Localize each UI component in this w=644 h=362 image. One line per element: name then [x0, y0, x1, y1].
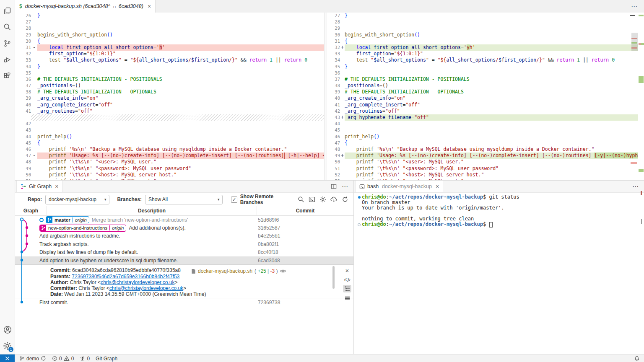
diff-editor-original[interactable]: 26}272829begins_with_short_option()30{31… — [15, 13, 324, 180]
diff-editor-modified[interactable]: 27}282930begins_with_short_option()31{32… — [326, 13, 638, 180]
terminal-output[interactable]: chris@do:~/act/repos/docker-mysql-backup… — [354, 193, 644, 228]
code-line[interactable]: 31{ — [326, 38, 638, 44]
terminal-icon[interactable] — [309, 196, 315, 203]
terminal-tab-close-icon[interactable]: × — [436, 184, 439, 189]
commit-file-entry[interactable]: docker-mysql-backup.sh ( +25 | -3 ) — [191, 268, 286, 274]
commit-row[interactable]: Add argbash instructions to readme.b4e25… — [15, 232, 353, 240]
code-line[interactable]: 50 printf '\t%s\n' "<host>: MySQL server… — [15, 172, 324, 178]
code-line[interactable]: 28 — [15, 25, 324, 31]
code-line[interactable]: 42_arg_routines="off" — [326, 108, 638, 114]
branch-status-item[interactable]: demo — [16, 354, 49, 362]
code-line[interactable]: 45 — [326, 127, 638, 133]
code-line[interactable]: 36# THE DEFAULTS INITIALIZATION - POSITI… — [15, 76, 324, 83]
code-line[interactable]: 50 printf '\t%s\n' "<user>: MySQL user." — [326, 159, 638, 165]
commit-row[interactable]: masteroriginMerge branch 'new-option-and… — [15, 216, 353, 224]
source-control-icon[interactable] — [0, 35, 15, 52]
code-line[interactable]: 52 printf '\t%s\n' "<host>: MySQL server… — [326, 172, 638, 178]
remote-indicator[interactable] — [0, 354, 15, 362]
close-details-icon[interactable]: × — [343, 266, 351, 274]
code-line[interactable]: 38# THE DEFAULTS INITIALIZATION - OPTION… — [15, 89, 324, 95]
tab-close-icon[interactable]: × — [148, 3, 151, 9]
file-tree-view-icon[interactable] — [343, 285, 351, 292]
code-line[interactable]: 38_positionals=() — [326, 83, 638, 89]
commit-row[interactable]: Add option to use hyphen or underscore i… — [15, 256, 353, 264]
accounts-icon[interactable] — [0, 321, 15, 338]
show-remote-branches-checkbox[interactable]: ✓ — [231, 197, 237, 203]
code-line[interactable]: 27 — [15, 19, 324, 25]
code-line[interactable]: 46print_help() — [326, 134, 638, 140]
run-debug-icon[interactable] — [0, 52, 15, 68]
code-line[interactable]: 49 printf '\t%s\n' "<password>: MySQL us… — [15, 165, 324, 172]
code-line[interactable]: 37_positionals=() — [15, 83, 324, 89]
code-line[interactable]: 32+ local first_option all_short_options… — [326, 44, 638, 51]
diff-filler-line[interactable] — [15, 114, 324, 121]
panel-more-actions-icon[interactable]: ⋯ — [342, 183, 348, 190]
column-header-commit[interactable]: Commit — [257, 206, 353, 215]
commit-row[interactable]: Track argbash scripts.0ba802f1 — [15, 240, 353, 248]
code-line[interactable]: 34 test "$all_short_options" = "${all_sh… — [326, 57, 638, 63]
details-scrollbar[interactable] — [332, 266, 335, 289]
branches-dropdown[interactable]: Show All ▾ — [145, 195, 223, 204]
notifications-item[interactable] — [634, 356, 644, 362]
code-line[interactable]: 46 printf '%s\n' "Backup a MySQL databas… — [15, 146, 324, 153]
search-icon[interactable] — [0, 19, 15, 35]
code-line[interactable]: 48 printf '\t%s\n' "<user>: MySQL user." — [15, 159, 324, 165]
settings-gear-icon[interactable]: 1 — [0, 338, 15, 354]
tab-terminal-bash[interactable]: bash docker-mysql-backup × — [355, 181, 443, 192]
code-line[interactable]: 30begins_with_short_option() — [326, 32, 638, 38]
editor-more-actions-icon[interactable]: ⋯ — [631, 3, 638, 10]
terminal-more-actions-icon[interactable]: ⋯ — [632, 183, 639, 190]
branch-badge-master[interactable]: masterorigin — [46, 216, 89, 223]
code-line[interactable]: 31- local first_option all_short_options… — [15, 44, 324, 51]
git-graph-status-item[interactable]: Git Graph — [93, 354, 120, 362]
code-line[interactable]: 45{ — [15, 140, 324, 146]
code-line[interactable]: 33 first_option="${1:0:1}" — [326, 51, 638, 57]
code-line[interactable]: 49+ printf 'Usage: %s [--(no-)create-inf… — [326, 153, 638, 159]
file-list-view-icon[interactable] — [343, 294, 351, 302]
search-icon[interactable] — [298, 196, 304, 203]
code-line[interactable]: 30{ — [15, 38, 324, 44]
code-line[interactable]: 43+_arg_hyphenate_filename="off" — [326, 114, 638, 121]
code-line[interactable]: 48 printf '%s\n' "Backup a MySQL databas… — [326, 146, 638, 153]
extensions-icon[interactable] — [0, 68, 15, 84]
code-line[interactable]: 44print_help() — [15, 134, 324, 140]
code-line[interactable]: 41_arg_routines="off" — [15, 108, 324, 114]
problems-status-item[interactable]: 0 0 — [49, 354, 77, 362]
code-line[interactable]: 42 — [15, 121, 324, 127]
author-email-link[interactable]: chris@christaylordeveloper.co.uk — [101, 279, 174, 285]
code-line[interactable]: 39_arg_create_info="on" — [15, 95, 324, 101]
view-file-eye-icon[interactable] — [280, 269, 286, 273]
commit-row[interactable]: new-option-and-instructionsoriginAdd add… — [15, 224, 353, 232]
committer-email-link[interactable]: chris@christaylordeveloper.co.uk — [109, 285, 183, 291]
code-line[interactable]: 32 first_option="${1:0:1}" — [15, 51, 324, 57]
code-line[interactable]: 47- printf 'Usage: %s [--(no-)create-inf… — [15, 153, 324, 159]
git-graph-tab-close-icon[interactable]: × — [55, 184, 58, 189]
parent-commit-link[interactable]: 723697380f646d2a67d659e3166b0b84b2f47f53 — [72, 274, 179, 279]
code-line[interactable]: 43 — [15, 127, 324, 133]
code-line[interactable]: 27} — [326, 13, 638, 19]
ports-status-item[interactable]: 0 — [77, 354, 93, 362]
commit-row[interactable]: First commit.72369738 — [15, 298, 353, 306]
code-line[interactable]: 47{ — [326, 140, 638, 146]
code-review-icon[interactable]: ‹Q› — [343, 276, 351, 283]
code-line[interactable]: 28 — [326, 19, 638, 25]
tab-docker-mysql-backup-diff[interactable]: $ docker-mysql-backup.sh (6cad3048^ ↔ 6c… — [15, 0, 156, 13]
diff-editor[interactable]: 26}272829begins_with_short_option()30{31… — [15, 13, 644, 180]
code-line[interactable]: 36 — [326, 70, 638, 76]
code-line[interactable]: 29begins_with_short_option() — [15, 32, 324, 38]
commit-row[interactable]: Display last few lines of dump file by d… — [15, 248, 353, 256]
repo-dropdown[interactable]: docker-mysql-backup ▾ — [45, 195, 109, 204]
column-header-description[interactable]: Description — [47, 206, 257, 215]
code-line[interactable]: 35 — [15, 70, 324, 76]
code-line[interactable]: 39# THE DEFAULTS INITIALIZATION - OPTION… — [326, 89, 638, 95]
fetch-icon[interactable] — [330, 196, 338, 203]
code-line[interactable]: 40_arg_complete_insert="off" — [15, 102, 324, 108]
column-header-graph[interactable]: Graph — [15, 206, 47, 215]
tab-git-graph[interactable]: Git Graph × — [16, 181, 62, 192]
code-line[interactable]: 35} — [326, 64, 638, 70]
code-line[interactable]: 51 printf '\t%s\n' "<password>: MySQL us… — [326, 165, 638, 172]
code-line[interactable]: 41_arg_complete_insert="off" — [326, 102, 638, 108]
settings-icon[interactable] — [319, 196, 326, 203]
code-line[interactable]: 33 test "$all_short_options" = "${all_sh… — [15, 57, 324, 63]
code-line[interactable]: 26} — [15, 13, 324, 19]
